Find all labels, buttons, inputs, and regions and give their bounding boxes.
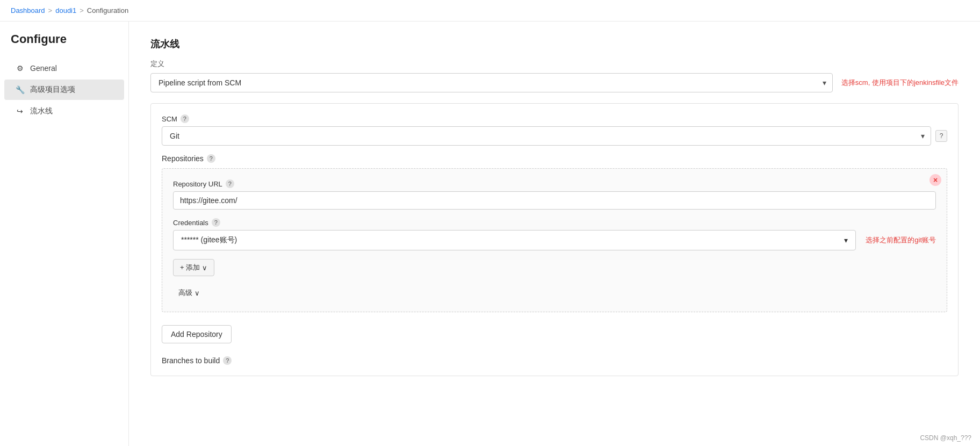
sidebar-item-general-label: General bbox=[30, 64, 57, 73]
add-credentials-label: + 添加 bbox=[180, 263, 200, 272]
sidebar-item-general[interactable]: ⚙ General bbox=[4, 58, 124, 78]
sidebar: Configure ⚙ General 🔧 高级项目选项 ↪ 流水线 bbox=[0, 21, 129, 446]
scm-label: SCM bbox=[162, 115, 177, 123]
definition-dropdown[interactable]: Pipeline script from SCM bbox=[150, 73, 833, 92]
repo-url-help-icon[interactable]: ? bbox=[226, 179, 234, 188]
section-title: 流水线 bbox=[150, 38, 959, 51]
footer: CSDN @xqh_??? bbox=[920, 434, 971, 442]
scm-field-row: SCM ? Git ▾ ? bbox=[162, 114, 947, 146]
add-repository-button[interactable]: Add Repository bbox=[162, 325, 232, 343]
repositories-section: Repositories ? × Repository URL ? bbox=[162, 154, 947, 365]
flow-icon: ↪ bbox=[15, 106, 25, 116]
main-content: 流水线 定义 Pipeline script from SCM ▾ 选择scm,… bbox=[129, 21, 980, 446]
breadcrumb-sep-2: > bbox=[80, 6, 84, 15]
advanced-chevron-icon: ∨ bbox=[194, 289, 200, 297]
branches-to-build-help-icon[interactable]: ? bbox=[223, 356, 232, 365]
sidebar-item-advanced[interactable]: 🔧 高级项目选项 bbox=[4, 80, 124, 100]
definition-dropdown-value: Pipeline script from SCM bbox=[158, 78, 241, 87]
repositories-help-icon[interactable]: ? bbox=[207, 154, 215, 163]
repositories-label: Repositories bbox=[162, 154, 204, 163]
repo-box: × Repository URL ? Credentials bbox=[162, 168, 947, 312]
repo-url-label: Repository URL bbox=[173, 180, 222, 188]
credentials-dropdown[interactable]: ****** (gitee账号) ▾ bbox=[173, 230, 856, 250]
footer-text: CSDN @xqh_??? bbox=[920, 434, 971, 442]
close-icon: × bbox=[933, 176, 938, 184]
scm-help-icon[interactable]: ? bbox=[181, 114, 189, 123]
advanced-label: 高级 bbox=[178, 288, 192, 298]
breadcrumb-sep-1: > bbox=[48, 6, 53, 15]
scm-help-btn[interactable]: ? bbox=[935, 130, 947, 142]
repo-url-field-row: Repository URL ? bbox=[173, 179, 936, 210]
credentials-dropdown-arrow: ▾ bbox=[844, 236, 848, 244]
gear-icon: ⚙ bbox=[15, 63, 25, 73]
repositories-label-row: Repositories ? bbox=[162, 154, 947, 163]
scm-label-row: SCM ? bbox=[162, 114, 947, 123]
definition-annotation: 选择scm, 使用项目下的jenkinsfile文件 bbox=[841, 78, 959, 88]
definition-label: 定义 bbox=[150, 59, 959, 69]
scm-dropdown-value: Git bbox=[170, 132, 179, 140]
credentials-field-row: Credentials ? ****** (gitee账号) ▾ 选择之前配置的… bbox=[173, 218, 936, 250]
credentials-label: Credentials bbox=[173, 219, 208, 227]
repo-url-label-row: Repository URL ? bbox=[173, 179, 936, 188]
branches-to-build-row: Branches to build ? bbox=[162, 356, 947, 365]
credentials-label-row: Credentials ? bbox=[173, 218, 936, 227]
sidebar-item-pipeline-label: 流水线 bbox=[30, 106, 53, 116]
advanced-button[interactable]: 高级 ∨ bbox=[173, 285, 205, 301]
repo-url-input[interactable] bbox=[173, 191, 936, 210]
sidebar-title: Configure bbox=[0, 32, 128, 57]
breadcrumb-doudi1[interactable]: doudi1 bbox=[55, 6, 76, 15]
credentials-dropdown-value: ****** (gitee账号) bbox=[181, 235, 237, 245]
branches-to-build-label: Branches to build bbox=[162, 356, 220, 365]
credentials-annotation: 选择之前配置的git账号 bbox=[866, 235, 936, 245]
add-repository-label: Add Repository bbox=[171, 330, 222, 339]
sidebar-item-advanced-label: 高级项目选项 bbox=[30, 85, 75, 95]
scm-row: Git ▾ ? bbox=[162, 126, 947, 146]
add-credentials-arrow: ∨ bbox=[202, 264, 207, 272]
repo-close-button[interactable]: × bbox=[929, 174, 941, 186]
scm-dropdown[interactable]: Git bbox=[162, 126, 931, 146]
breadcrumb-dashboard[interactable]: Dashboard bbox=[11, 6, 45, 15]
sidebar-item-pipeline[interactable]: ↪ 流水线 bbox=[4, 101, 124, 121]
credentials-help-icon[interactable]: ? bbox=[212, 218, 220, 227]
breadcrumb: Dashboard > doudi1 > Configuration bbox=[0, 0, 980, 21]
breadcrumb-current: Configuration bbox=[87, 6, 128, 15]
definition-dropdown-wrapper: Pipeline script from SCM ▾ 选择scm, 使用项目下的… bbox=[150, 73, 959, 92]
credentials-dropdown-wrapper: ****** (gitee账号) ▾ bbox=[173, 230, 856, 250]
scm-dropdown-wrapper: Git ▾ bbox=[162, 126, 931, 146]
wrench-icon: 🔧 bbox=[15, 85, 25, 95]
add-credentials-button[interactable]: + 添加 ∨ bbox=[173, 259, 214, 276]
